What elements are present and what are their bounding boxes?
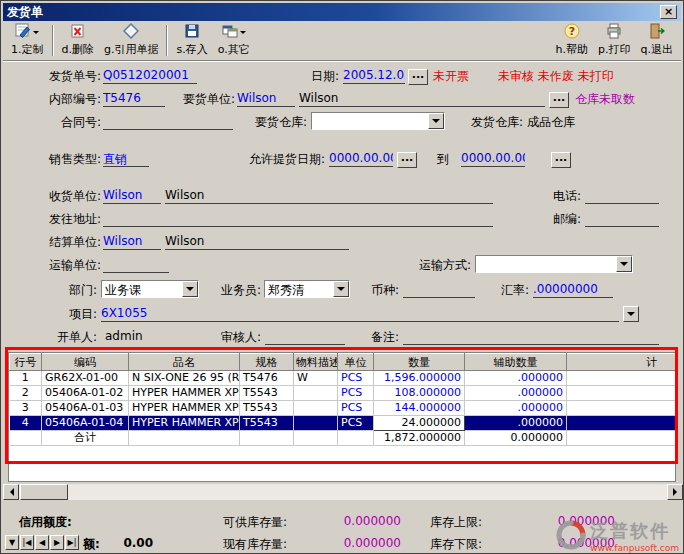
cell-name[interactable]: HYPER HAMMER XP (R): [129, 401, 240, 416]
address-field[interactable]: [103, 211, 493, 227]
pickup-to-browse-button[interactable]: ...: [551, 152, 571, 168]
scroll-thumb[interactable]: [20, 484, 68, 500]
cell-name[interactable]: N SIX-ONE 26 95 (R): [129, 371, 240, 386]
other-button[interactable]: o.其它: [213, 22, 255, 59]
ship-warehouse-value[interactable]: 成品仓库: [527, 114, 607, 130]
req-warehouse-combobox[interactable]: [311, 112, 445, 130]
cell-desc[interactable]: [294, 416, 338, 431]
record-prev-button[interactable]: ◀: [35, 535, 49, 550]
reference-document-button[interactable]: g.引用单据: [99, 22, 163, 59]
col-material-desc[interactable]: 物料描述: [294, 354, 338, 371]
receiver-code-field[interactable]: Wilson: [103, 188, 161, 204]
cell-spec[interactable]: T5543: [240, 386, 294, 401]
pickup-date-from-field[interactable]: 0000.00.00: [329, 151, 393, 167]
col-code[interactable]: 编码: [42, 354, 129, 371]
exchange-rate-field[interactable]: .00000000: [533, 282, 613, 298]
grid-menu-button[interactable]: ▼: [5, 535, 19, 550]
department-dropdown-icon[interactable]: [182, 281, 198, 297]
project-field[interactable]: 6X1055: [101, 306, 619, 322]
cell-code[interactable]: GR62X-01-00: [42, 371, 129, 386]
customer-code-field[interactable]: Wilson: [237, 91, 295, 107]
customer-name-field[interactable]: Wilson: [299, 91, 545, 107]
department-combobox[interactable]: 业务课: [101, 280, 199, 298]
cell-desc[interactable]: [294, 401, 338, 416]
col-line-no[interactable]: 行号: [10, 354, 42, 371]
cell-plan-qty[interactable]: [567, 416, 677, 431]
cell-aux-qty[interactable]: .000000: [465, 416, 567, 431]
currency-field[interactable]: [403, 282, 475, 298]
cell-line-no[interactable]: 1: [10, 371, 42, 386]
contract-no-field[interactable]: [103, 114, 233, 130]
cell-line-no[interactable]: 4: [10, 416, 42, 431]
cell-qty[interactable]: 1,596.000000: [374, 371, 465, 386]
transport-mode-dropdown-icon[interactable]: [616, 256, 632, 272]
scroll-right-button[interactable]: [667, 484, 683, 500]
remark-field[interactable]: [403, 329, 659, 345]
grid-row[interactable]: 2 05406A-01-02 HYPER HAMMER XP (R) T5543…: [10, 386, 677, 401]
salesman-dropdown-icon[interactable]: [333, 281, 349, 297]
delete-button[interactable]: d.删除: [57, 22, 99, 59]
col-spec[interactable]: 规格: [240, 354, 294, 371]
cell-code[interactable]: 05406A-01-03: [42, 401, 129, 416]
cell-spec[interactable]: T5476: [240, 371, 294, 386]
transport-mode-combobox[interactable]: [475, 255, 633, 273]
cell-unit[interactable]: PCS: [338, 386, 374, 401]
cell-code[interactable]: 05406A-01-04: [42, 416, 129, 431]
pickup-from-browse-button[interactable]: ...: [397, 152, 417, 168]
cell-desc[interactable]: [294, 386, 338, 401]
record-first-button[interactable]: |◀: [20, 535, 34, 550]
settle-unit-name-field[interactable]: Wilson: [165, 234, 349, 250]
cell-aux-qty[interactable]: .000000: [465, 401, 567, 416]
cell-qty[interactable]: 144.000000: [374, 401, 465, 416]
print-button[interactable]: p.打印: [593, 22, 635, 59]
cell-desc[interactable]: W: [294, 371, 338, 386]
grid-row[interactable]: 3 05406A-01-03 HYPER HAMMER XP (R) T5543…: [10, 401, 677, 416]
record-next-button[interactable]: ▶: [50, 535, 64, 550]
cell-qty-editor[interactable]: 24.000000: [374, 416, 465, 431]
pickup-date-to-field[interactable]: 0000.00.00: [461, 151, 525, 167]
save-button[interactable]: s.存入: [171, 22, 212, 59]
cell-spec[interactable]: T5543: [240, 416, 294, 431]
project-dropdown-icon[interactable]: [623, 306, 639, 322]
col-qty[interactable]: 数量: [374, 354, 465, 371]
internal-no-field[interactable]: T5476: [103, 91, 165, 107]
date-browse-button[interactable]: ...: [408, 69, 428, 85]
horizontal-scrollbar[interactable]: [3, 484, 683, 500]
col-product-name[interactable]: 品名: [129, 354, 240, 371]
cell-aux-qty[interactable]: .000000: [465, 386, 567, 401]
phone-field[interactable]: [585, 188, 659, 204]
customize-dropdown-icon[interactable]: [33, 31, 39, 37]
grid-row[interactable]: 1 GR62X-01-00 N SIX-ONE 26 95 (R) T5476 …: [10, 371, 677, 386]
help-button[interactable]: ? h.帮助: [551, 22, 593, 59]
date-field[interactable]: 2005.12.02: [343, 68, 405, 84]
exit-button[interactable]: q.退出: [636, 22, 678, 59]
transport-unit-field[interactable]: [103, 257, 169, 273]
cell-plan-qty[interactable]: [567, 386, 677, 401]
zip-field[interactable]: [585, 211, 659, 227]
receiver-name-field[interactable]: Wilson: [165, 188, 493, 204]
cell-unit[interactable]: PCS: [338, 401, 374, 416]
customize-button[interactable]: 1.定制: [6, 22, 49, 59]
cell-code[interactable]: 05406A-01-02: [42, 386, 129, 401]
cell-spec[interactable]: T5543: [240, 401, 294, 416]
cell-plan-qty[interactable]: [567, 371, 677, 386]
cell-unit[interactable]: PCS: [338, 416, 374, 431]
salesman-combobox[interactable]: 郑秀清: [264, 280, 350, 298]
cell-unit[interactable]: PCS: [338, 371, 374, 386]
sale-type-field[interactable]: 直销: [103, 151, 149, 167]
cell-name[interactable]: HYPER HAMMER XP (R): [129, 416, 240, 431]
close-button[interactable]: ×: [660, 5, 677, 19]
col-aux-qty[interactable]: 辅助数量: [465, 354, 567, 371]
customer-browse-button[interactable]: ...: [549, 92, 569, 108]
settle-unit-code-field[interactable]: Wilson: [103, 234, 161, 250]
req-warehouse-dropdown-icon[interactable]: [428, 113, 444, 129]
grid-row-selected[interactable]: 4 05406A-01-04 HYPER HAMMER XP (R) T5543…: [10, 416, 677, 431]
col-unit[interactable]: 单位: [338, 354, 374, 371]
cell-line-no[interactable]: 3: [10, 401, 42, 416]
cell-plan-qty[interactable]: [567, 401, 677, 416]
other-dropdown-icon[interactable]: [240, 31, 246, 37]
scroll-left-button[interactable]: [3, 484, 19, 500]
col-plan-qty[interactable]: 计: [567, 354, 677, 371]
order-no-field[interactable]: Q0512020001: [103, 68, 197, 84]
cell-name[interactable]: HYPER HAMMER XP (R): [129, 386, 240, 401]
